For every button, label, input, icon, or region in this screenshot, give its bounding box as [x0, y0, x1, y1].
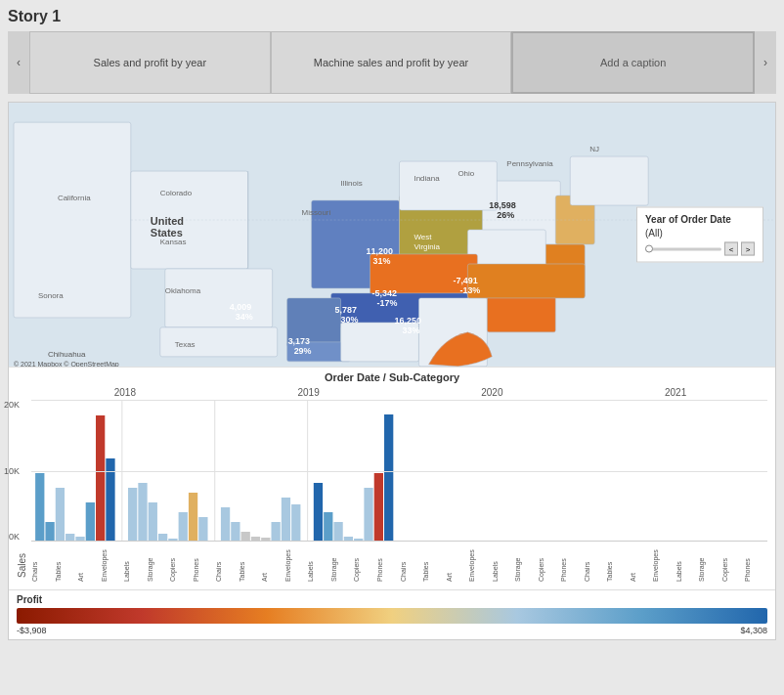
svg-text:31%: 31%: [373, 256, 391, 266]
svg-rect-87: [291, 504, 300, 542]
year-filter-slider[interactable]: < >: [645, 242, 755, 256]
svg-rect-71: [128, 488, 137, 542]
y-tick-0k: 0K: [9, 532, 20, 542]
svg-text:© 2021 Mapbox © OpenStreetMap: © 2021 Mapbox © OpenStreetMap: [14, 361, 119, 367]
x-label-env-2018: Envelopes: [101, 543, 124, 582]
svg-rect-80: [221, 507, 230, 542]
svg-text:-17%: -17%: [377, 298, 398, 308]
svg-text:-7,491: -7,491: [453, 276, 477, 285]
svg-text:5,787: 5,787: [335, 305, 357, 315]
x-label-labels-2021: Labels: [675, 543, 699, 582]
story-navigation: ‹ Sales and profit by year Machine sales…: [8, 31, 776, 94]
x-label-env-2019: Envelopes: [284, 543, 308, 582]
nav-right-arrow[interactable]: ›: [755, 31, 776, 94]
svg-text:Illinois: Illinois: [341, 179, 363, 188]
svg-rect-3: [165, 269, 273, 327]
year-label-2021: 2021: [584, 387, 767, 398]
year-filter-panel: Year of Order Date (All) < >: [636, 207, 763, 263]
tab-sales-profit[interactable]: Sales and profit by year: [29, 31, 271, 94]
svg-text:Sonora: Sonora: [38, 291, 64, 300]
profit-min: -$3,908: [17, 626, 47, 635]
svg-rect-94: [364, 488, 372, 542]
story-tabs: Sales and profit by year Machine sales a…: [29, 31, 755, 94]
x-label-phones-2018: Phones: [193, 543, 216, 582]
chart-section: Order Date / Sub-Category Sales 2018 201…: [9, 367, 775, 586]
story-title: Story 1: [8, 8, 776, 25]
x-label-group-2020: Chairs Tables Art Envelopes Labels Stora…: [400, 543, 584, 582]
x-label-phones-2021: Phones: [744, 543, 767, 582]
x-label-chairs-2019: Chairs: [215, 543, 239, 582]
svg-rect-91: [333, 522, 342, 542]
x-label-copiers-2018: Copiers: [169, 543, 193, 582]
svg-text:34%: 34%: [236, 312, 253, 322]
year-label-2019: 2019: [217, 387, 401, 398]
x-label-copiers-2020: Copiers: [538, 543, 561, 582]
y-tick-20k: 20K: [4, 400, 20, 410]
svg-rect-86: [282, 498, 290, 542]
x-label-env-2020: Envelopes: [468, 543, 492, 582]
svg-text:Pennsylvania: Pennsylvania: [506, 159, 553, 168]
svg-text:26%: 26%: [497, 210, 514, 220]
svg-text:Ohio: Ohio: [457, 169, 474, 178]
svg-rect-63: [45, 522, 54, 542]
nav-left-arrow[interactable]: ‹: [8, 31, 29, 94]
x-label-group-2021: Chairs Tables Art Envelopes Labels Stora…: [584, 543, 767, 582]
x-label-copiers-2021: Copiers: [721, 543, 745, 582]
svg-rect-67: [86, 502, 95, 542]
svg-text:33%: 33%: [402, 326, 419, 335]
year-filter-value: (All): [645, 228, 755, 239]
svg-text:11,200: 11,200: [367, 246, 393, 256]
svg-rect-95: [374, 473, 383, 542]
grid-line-top: [31, 400, 767, 401]
year-label-2020: 2020: [401, 387, 585, 398]
svg-text:29%: 29%: [294, 346, 312, 356]
svg-rect-1: [14, 122, 131, 318]
x-label-labels-2020: Labels: [492, 543, 515, 582]
svg-text:Virginia: Virginia: [414, 242, 440, 251]
svg-text:Kansas: Kansas: [160, 238, 187, 246]
svg-rect-62: [35, 473, 44, 542]
x-label-art-2021: Art: [630, 543, 653, 582]
tab-machine-sales[interactable]: Machine sales and profit by year: [271, 31, 512, 94]
svg-rect-10: [467, 230, 545, 269]
svg-text:-13%: -13%: [459, 285, 480, 295]
x-label-tables-2020: Tables: [422, 543, 446, 582]
x-axis-labels: Chairs Tables Art Envelopes Labels Stora…: [31, 543, 767, 582]
grid-line-mid: [31, 471, 767, 472]
profit-range: -$3,908 $4,308: [17, 626, 767, 635]
x-label-tables-2018: Tables: [55, 543, 78, 582]
svg-rect-64: [56, 488, 65, 542]
chart-inner: 2018 2019 2020 2021 20K 10K 0K: [31, 387, 767, 578]
profit-legend: Profit -$3,908 $4,308: [9, 589, 775, 639]
slider-next-btn[interactable]: >: [741, 242, 755, 256]
x-label-tables-2019: Tables: [239, 543, 262, 582]
x-label-storage-2019: Storage: [330, 543, 354, 582]
svg-text:30%: 30%: [341, 315, 359, 325]
x-label-art-2019: Art: [261, 543, 284, 582]
year-label-2018: 2018: [33, 387, 217, 398]
slider-track[interactable]: [645, 247, 721, 250]
profit-gradient-bar: [17, 608, 767, 624]
svg-rect-85: [271, 522, 280, 542]
chart-title: Order Date / Sub-Category: [17, 371, 767, 383]
slider-prev-btn[interactable]: <: [724, 242, 738, 256]
map-section: California Colorado Kansas Sonora Oklaho…: [9, 103, 775, 367]
x-label-phones-2020: Phones: [560, 543, 584, 582]
svg-rect-77: [189, 493, 197, 542]
svg-rect-73: [149, 502, 157, 542]
x-label-storage-2021: Storage: [698, 543, 721, 582]
svg-rect-19: [570, 156, 648, 205]
svg-rect-18: [467, 264, 585, 298]
svg-text:States: States: [151, 227, 183, 239]
main-content: California Colorado Kansas Sonora Oklaho…: [8, 102, 776, 640]
svg-rect-81: [231, 522, 240, 542]
svg-text:16,250: 16,250: [394, 316, 420, 326]
slider-thumb[interactable]: [645, 245, 653, 253]
svg-text:Chihuahua: Chihuahua: [48, 350, 86, 359]
x-label-phones-2019: Phones: [376, 543, 400, 582]
tab-add-caption[interactable]: Add a caption: [511, 31, 755, 94]
svg-rect-89: [314, 483, 323, 542]
x-label-storage-2018: Storage: [147, 543, 170, 582]
svg-text:Missouri: Missouri: [302, 208, 331, 217]
svg-rect-68: [96, 415, 105, 541]
